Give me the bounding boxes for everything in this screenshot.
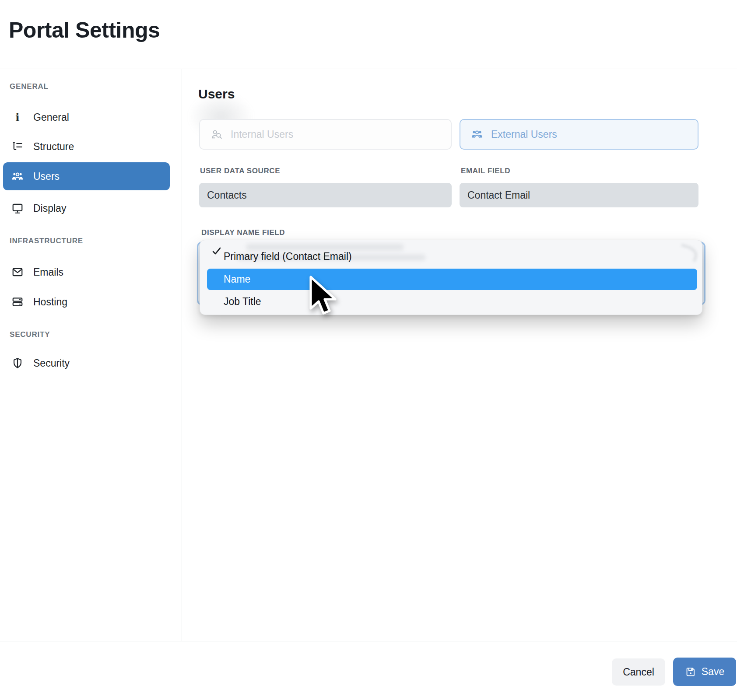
sidebar-item-label: Users bbox=[33, 171, 60, 182]
server-icon bbox=[11, 296, 24, 308]
sidebar-item-display[interactable]: Display bbox=[3, 196, 170, 221]
tab-label: External Users bbox=[491, 129, 557, 140]
tree-icon bbox=[11, 140, 24, 153]
save-floppy-icon bbox=[685, 666, 696, 678]
user-data-source-label: USER DATA SOURCE bbox=[200, 167, 280, 175]
info-icon: i bbox=[11, 111, 24, 123]
person-search-icon bbox=[211, 128, 223, 140]
email-field-select[interactable]: Contact Email bbox=[460, 183, 698, 207]
portal-settings-dialog: Portal Settings GENERAL i General Struct… bbox=[0, 0, 737, 700]
shield-icon bbox=[11, 357, 24, 369]
sidebar-item-label: General bbox=[33, 112, 69, 123]
sidebar-divider bbox=[182, 69, 182, 641]
monitor-icon bbox=[11, 202, 24, 214]
tab-external-users[interactable]: External Users bbox=[460, 119, 698, 150]
sidebar-item-structure[interactable]: Structure bbox=[3, 134, 170, 159]
tab-internal-users[interactable]: Internal Users bbox=[199, 119, 452, 150]
save-button-label: Save bbox=[702, 666, 724, 678]
sidebar-item-hosting[interactable]: Hosting bbox=[3, 289, 170, 315]
header-divider bbox=[0, 69, 737, 69]
sidebar-item-label: Structure bbox=[33, 141, 74, 153]
display-name-field-label: DISPLAY NAME FIELD bbox=[201, 228, 285, 237]
users-group-icon bbox=[471, 128, 483, 140]
sidebar-item-label: Hosting bbox=[33, 296, 67, 308]
page-title: Portal Settings bbox=[9, 18, 160, 43]
sidebar-item-label: Security bbox=[33, 357, 70, 369]
sidebar-section-infrastructure: INFRASTRUCTURE bbox=[10, 237, 83, 245]
sidebar-item-general[interactable]: i General bbox=[3, 105, 170, 130]
footer-divider bbox=[0, 641, 737, 641]
sidebar-item-label: Display bbox=[33, 203, 66, 214]
user-data-source-select[interactable]: Contacts bbox=[199, 183, 452, 207]
cancel-button[interactable]: Cancel bbox=[612, 658, 665, 686]
dropdown-option-job-title[interactable]: Job Title bbox=[200, 290, 702, 312]
tab-label: Internal Users bbox=[231, 129, 293, 140]
sidebar-section-general: GENERAL bbox=[10, 82, 49, 91]
mail-icon bbox=[11, 266, 24, 278]
dropdown-option-primary-field[interactable]: Primary field (Contact Email) bbox=[200, 245, 702, 267]
sidebar-item-label: Emails bbox=[33, 266, 63, 278]
email-field-label: EMAIL FIELD bbox=[461, 167, 510, 175]
dropdown-option-name[interactable]: Name bbox=[207, 269, 697, 290]
save-button[interactable]: Save bbox=[673, 658, 736, 686]
svg-text:i: i bbox=[15, 111, 19, 123]
users-group-icon bbox=[11, 170, 24, 182]
content-heading: Users bbox=[198, 87, 235, 102]
sidebar-item-security[interactable]: Security bbox=[3, 350, 170, 376]
sidebar-item-emails[interactable]: Emails bbox=[3, 259, 170, 285]
display-name-dropdown-menu: Primary field (Contact Email) Name Job T… bbox=[200, 240, 702, 315]
sidebar-section-security: SECURITY bbox=[10, 330, 50, 339]
sidebar-item-users[interactable]: Users bbox=[3, 162, 170, 190]
